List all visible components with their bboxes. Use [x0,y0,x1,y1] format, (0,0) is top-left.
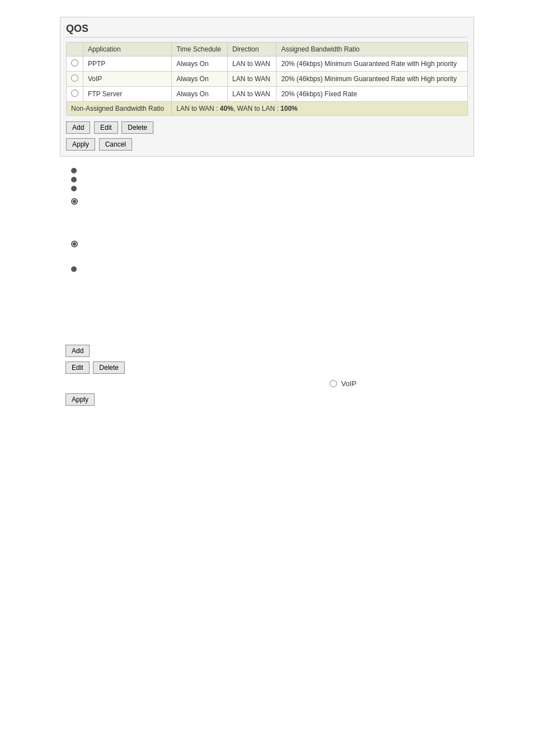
app-pptp: PPTP [83,57,172,72]
apply-cancel-row: Apply Cancel [66,138,468,151]
bottom-edit-group: Edit Delete [65,361,469,374]
bullet-dot-1 [71,168,77,173]
qos-table: Application Time Schedule Direction Assi… [66,42,468,116]
radio-dot-2 [71,241,78,247]
bottom-add-group: Add [65,345,469,357]
delete-button[interactable]: Delete [121,121,153,134]
radio-bullet-bottom [71,241,474,247]
non-assigned-row: Non-Assigned Bandwidth Ratio LAN to WAN … [67,102,468,116]
radio-cell-ftp[interactable] [67,87,83,102]
table-row: PPTP Always On LAN to WAN 20% (46kbps) M… [67,57,468,72]
bottom-apply-group: Apply [65,393,469,406]
bandwidth-pptp: 20% (46kbps) Minimum Guaranteed Rate wit… [277,57,468,72]
bottom-apply-button[interactable]: Apply [65,393,95,406]
bottom-delete-button[interactable]: Delete [93,361,125,374]
col-header-direction: Direction [228,43,277,57]
bullet-dot-3 [71,186,77,191]
radio-pptp[interactable] [71,59,78,67]
bullet-item-bottom [71,266,474,272]
add-button[interactable]: Add [66,121,90,134]
schedule-pptp: Always On [172,57,228,72]
app-voip: VoIP [83,72,172,87]
bullet-item-3 [71,186,474,191]
table-row: VoIP Always On LAN to WAN 20% (46kbps) M… [67,72,468,87]
direction-voip: LAN to WAN [228,72,277,87]
voip-radio[interactable] [330,380,337,387]
direction-pptp: LAN to WAN [228,57,277,72]
qos-section: QOS Application Time Schedule Direction … [60,17,474,157]
schedule-ftp: Always On [172,87,228,102]
non-assigned-lan-wan: 40% [220,105,233,112]
radio-item-1 [71,198,474,205]
voip-label: VoIP [341,379,357,388]
table-row: FTP Server Always On LAN to WAN 20% (46k… [67,87,468,102]
bandwidth-ftp: 20% (46kbps) Fixed Rate [277,87,468,102]
bottom-edit-button[interactable]: Edit [65,361,90,374]
schedule-voip: Always On [172,72,228,87]
edit-button[interactable]: Edit [94,121,118,134]
non-assigned-separator: , WAN to LAN : [233,105,280,112]
col-header-select [67,43,83,57]
bullet-dot-bottom [71,266,77,272]
radio-cell-voip[interactable] [67,72,83,87]
bullet-dot-2 [71,177,77,182]
non-assigned-prefix: LAN to WAN : [176,105,220,112]
non-assigned-label: Non-Assigned Bandwidth Ratio [67,102,172,116]
radio-cell-pptp[interactable] [67,57,83,72]
apply-button[interactable]: Apply [66,138,95,151]
radio-voip[interactable] [71,74,78,82]
radio-dot-1 [71,198,78,205]
bandwidth-voip: 20% (46kbps) Minimum Guaranteed Rate wit… [277,72,468,87]
bullet-item-2 [71,177,474,182]
col-header-schedule: Time Schedule [172,43,228,57]
radio-ftp[interactable] [71,90,78,97]
radio-item-2 [71,241,474,247]
cancel-button[interactable]: Cancel [99,138,132,151]
qos-buttons: Add Edit Delete [66,121,468,134]
radio-bullet-top [71,198,474,205]
voip-row: VoIP [65,379,469,388]
app-ftp: FTP Server [83,87,172,102]
bottom-add-button[interactable]: Add [65,345,90,357]
section-gap-3 [60,254,474,260]
section-gap-4 [60,279,474,323]
direction-ftp: LAN to WAN [228,87,277,102]
col-header-bandwidth: Assigned Bandwidth Ratio [277,43,468,57]
non-assigned-value: LAN to WAN : 40%, WAN to LAN : 100% [172,102,468,116]
main-container: QOS Application Time Schedule Direction … [54,11,480,421]
qos-title: QOS [66,23,468,37]
bullet-item-1 [71,168,474,173]
bullet-list-bottom [71,266,474,272]
section-gap-2 [60,212,474,234]
non-assigned-wan-lan: 100% [280,105,298,112]
col-header-application: Application [83,43,172,57]
bullet-list-top [71,168,474,191]
bottom-section: Add Edit Delete VoIP Apply [60,335,474,416]
